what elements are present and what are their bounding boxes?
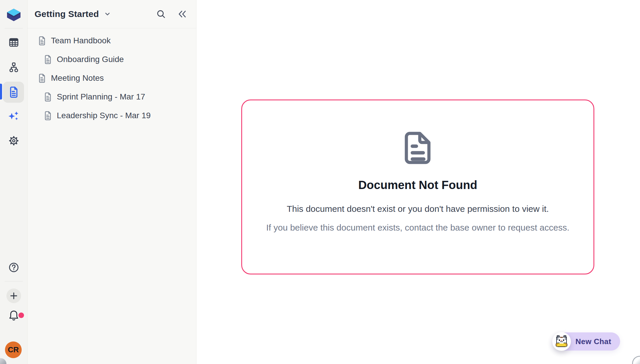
search-icon xyxy=(156,9,166,19)
document-title: Meeting Notes xyxy=(51,73,104,83)
notifications-bell-icon xyxy=(8,310,20,322)
document-icon xyxy=(38,36,46,45)
document-icon xyxy=(44,111,52,120)
document-not-found-card: Document Not Found This document doesn't… xyxy=(241,99,594,274)
error-message: This document doesn't exist or you don't… xyxy=(287,204,549,214)
collapse-sidebar-button[interactable] xyxy=(177,10,187,18)
double-chevron-left-icon xyxy=(177,10,187,18)
user-initials: CR xyxy=(8,345,19,354)
chevron-down-icon xyxy=(104,10,111,18)
sidebar-document-item[interactable]: Onboarding Guide xyxy=(28,50,196,69)
document-title: Team Handbook xyxy=(51,36,111,45)
main-content: Document Not Found This document doesn't… xyxy=(196,0,640,364)
document-icon xyxy=(44,55,52,64)
rail-item-org-chart[interactable] xyxy=(0,62,28,73)
sidebar-document-item[interactable]: Meeting Notes xyxy=(28,69,196,87)
sidebar-document-item[interactable]: Leadership Sync - Mar 19 xyxy=(28,106,196,125)
documents-icon xyxy=(9,87,19,98)
pixel-cat-icon xyxy=(555,335,568,348)
org-chart-icon xyxy=(8,62,19,73)
sidebar-document-item[interactable]: Team Handbook xyxy=(28,31,196,50)
rail-item-documents[interactable] xyxy=(0,87,28,98)
rail-divider xyxy=(5,28,23,28)
error-hint: If you believe this document exists, con… xyxy=(266,223,569,233)
missing-document-icon xyxy=(404,131,432,165)
document-title: Leadership Sync - Mar 19 xyxy=(57,111,151,120)
error-heading: Document Not Found xyxy=(358,178,478,192)
new-chat-label: New Chat xyxy=(576,337,611,346)
rail-item-table-view[interactable] xyxy=(0,37,28,48)
app-logo-icon[interactable] xyxy=(7,8,20,22)
rail-item-ai-assistant[interactable] xyxy=(0,111,28,121)
rail-item-add[interactable] xyxy=(0,289,28,303)
app-rail: CR xyxy=(0,0,28,364)
document-icon xyxy=(44,92,52,102)
document-list: Team Handbook Onboarding Guide Meeting N… xyxy=(28,28,196,125)
workspace-title[interactable]: Getting Started xyxy=(35,9,99,19)
sidebar-document-item[interactable]: Sprint Planning - Mar 17 xyxy=(28,87,196,106)
sidebar: Getting Started xyxy=(28,0,196,364)
settings-gear-icon xyxy=(9,136,19,146)
rail-divider xyxy=(5,281,23,281)
rail-item-settings[interactable] xyxy=(0,136,28,146)
document-title: Sprint Planning - Mar 17 xyxy=(57,92,145,102)
notification-badge xyxy=(18,313,24,318)
document-icon xyxy=(38,74,46,83)
workspace-switcher-button[interactable] xyxy=(104,10,111,18)
search-button[interactable] xyxy=(156,9,166,19)
user-avatar[interactable]: CR xyxy=(5,341,22,358)
new-chat-button[interactable]: New Chat xyxy=(552,332,620,351)
sidebar-header: Getting Started xyxy=(28,0,196,28)
add-icon xyxy=(10,292,18,300)
rail-item-help[interactable] xyxy=(0,262,28,273)
document-title: Onboarding Guide xyxy=(57,55,124,64)
ai-sparkles-icon xyxy=(8,111,19,121)
help-icon xyxy=(8,262,19,273)
chat-assistant-avatar xyxy=(552,332,571,351)
table-view-icon xyxy=(8,37,19,48)
